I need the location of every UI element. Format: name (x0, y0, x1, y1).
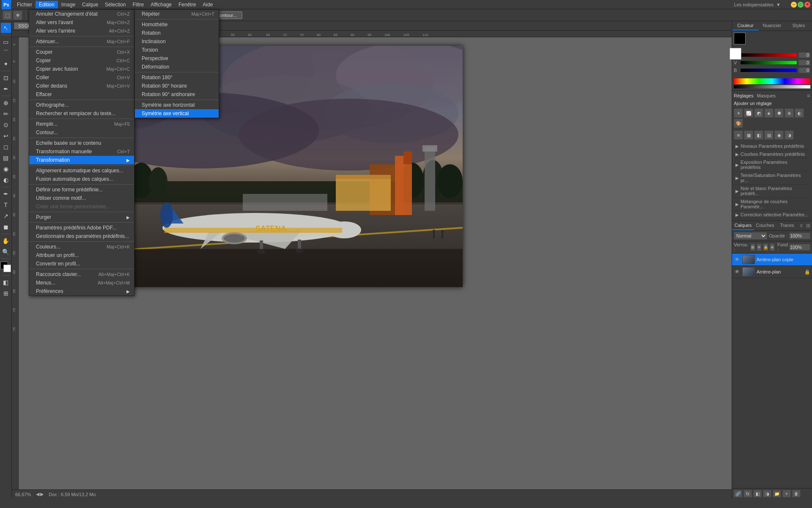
tool-option-select[interactable]: ⬚ (3, 11, 12, 20)
menu-copier-fusion[interactable]: Copier avec fusionMaj+Ctrl+C (29, 65, 134, 73)
menu-annuler[interactable]: Annuler Changement d'étatCtrl+Z (29, 10, 134, 18)
tab-nuancier[interactable]: Nuancier (759, 21, 785, 30)
reglage-gradient[interactable]: ▤ (764, 130, 774, 140)
tool-eraser[interactable]: ◻ (1, 142, 11, 152)
lock-position-btn[interactable]: ✛ (757, 243, 762, 251)
menu-aide[interactable]: Aide (199, 1, 216, 8)
add-style-btn[interactable]: fx (743, 490, 752, 497)
tool-crop[interactable]: ⊡ (1, 73, 11, 83)
tool-zoom[interactable]: 🔍 (1, 247, 11, 257)
menu-align-auto[interactable]: Alignement automatique des calques... (29, 166, 134, 175)
reglage-invert[interactable]: ◑ (785, 130, 794, 140)
tab-styles[interactable]: Styles (785, 21, 812, 30)
add-group-btn[interactable]: 📁 (773, 490, 781, 497)
tool-dodge[interactable]: ◐ (1, 175, 11, 185)
reglage-item-courbes[interactable]: ▶ Courbes Paramètres prédéfinis (734, 150, 810, 158)
menu-gestionnaire[interactable]: Gestionnaire des paramètres prédéfinis..… (29, 232, 134, 240)
lock-art-btn[interactable]: ⊕ (770, 243, 775, 251)
reglage-brightness[interactable]: ☀ (734, 108, 743, 118)
delete-layer-btn[interactable]: 🗑 (792, 490, 801, 497)
reglage-item-noirBlanc[interactable]: ▶ Noir et blanc Paramètres prédéfi... (734, 185, 810, 198)
add-mask-btn[interactable]: ◧ (753, 490, 762, 497)
layer-eye-1[interactable]: 👁 (734, 268, 741, 275)
background-color[interactable] (730, 48, 741, 60)
menu-filtre[interactable]: Filtre (129, 1, 147, 8)
reglage-threshold[interactable]: ◧ (754, 130, 763, 140)
menu-contour[interactable]: Contour... (29, 128, 134, 137)
tool-clone[interactable]: ⊙ (1, 120, 11, 130)
menu-coller[interactable]: CollerCtrl+V (29, 73, 134, 82)
menu-rechercher[interactable]: Rechercher et remplacer du texte... (29, 109, 134, 118)
nav-next[interactable]: ▶ (40, 491, 44, 497)
link-layers-btn[interactable]: 🔗 (734, 490, 742, 497)
menu-selection[interactable]: Sélection (102, 1, 129, 8)
menu-preferences[interactable]: Préférences▶ (29, 287, 134, 295)
menu-calque[interactable]: Calque (79, 1, 102, 8)
opacity-input[interactable] (789, 232, 810, 239)
menu-couper[interactable]: CouperCtrl+X (29, 48, 134, 56)
menu-remplir[interactable]: Remplir...Maj+F5 (29, 120, 134, 128)
tool-option-2[interactable]: ⊕ (13, 11, 22, 20)
transfo-homothetie[interactable]: Homothétie (135, 20, 219, 29)
transfo-rotation90h[interactable]: Rotation 90° horaire (135, 82, 219, 90)
reglage-selective[interactable]: ◉ (774, 130, 784, 140)
tool-text[interactable]: T (1, 200, 11, 210)
menu-transfo-manuelle[interactable]: Transformation manuelleCtrl+T (29, 147, 134, 156)
foreground-color[interactable] (734, 33, 746, 44)
tab-couleur[interactable]: Couleur (732, 21, 759, 30)
layers-panel-expand[interactable]: ⊞ (804, 221, 812, 230)
menu-affichage[interactable]: Affichage (147, 1, 175, 8)
tool-path-select[interactable]: ↗ (1, 211, 11, 221)
lock-all-btn[interactable]: 🔒 (763, 243, 768, 251)
tool-eyedropper[interactable]: ✒ (1, 84, 11, 94)
menu-image[interactable]: Image (58, 1, 79, 8)
menu-definir-forme[interactable]: Définir une forme prédéfinie... (29, 185, 134, 194)
reglage-bw[interactable]: ◐ (795, 108, 804, 118)
reglage-photo[interactable]: 🎨 (734, 119, 743, 128)
transfo-deformation[interactable]: Déformation (135, 63, 219, 71)
minimize-button[interactable]: ─ (791, 2, 797, 8)
tab-masques[interactable]: Masques (757, 93, 776, 98)
tab-traces[interactable]: Traces (776, 221, 798, 230)
menu-raccourcis[interactable]: Raccourcis clavier...Alt+Maj+Ctrl+K (29, 270, 134, 279)
tool-lasso[interactable]: ⌒ (1, 48, 11, 58)
menu-attenuer[interactable]: Atténuer...Maj+Ctrl+F (29, 37, 134, 46)
reglage-item-correction[interactable]: ▶ Correction sélective Paramètre... (734, 211, 810, 219)
tool-healing[interactable]: ⊕ (1, 98, 11, 108)
blend-mode-select[interactable]: Normal (734, 232, 767, 240)
add-reglage-btn[interactable]: ◑ (763, 490, 771, 497)
menu-effacer[interactable]: Effacer (29, 90, 134, 99)
close-button[interactable]: ✕ (804, 2, 810, 8)
tool-pen[interactable]: ✒ (1, 189, 11, 199)
reglage-curves[interactable]: 📈 (744, 108, 753, 118)
reglage-exposure[interactable]: ◩ (754, 108, 763, 118)
menu-coller-dedans[interactable]: Coller dedansMaj+Ctrl+V (29, 82, 134, 90)
transfo-rotation180[interactable]: Rotation 180° (135, 73, 219, 82)
reglage-vibrance[interactable]: ◈ (764, 108, 774, 118)
reglage-item-teinte[interactable]: ▶ Teinte/Saturation Paramètres pr... (734, 171, 810, 185)
menu-utiliser-motif[interactable]: Utiliser comme motif... (29, 194, 134, 202)
color-fg-bg[interactable] (0, 262, 11, 273)
menu-echelle[interactable]: Echelle basée sur le contenu (29, 139, 134, 147)
color-spectrum[interactable] (734, 78, 810, 84)
panel-menu-icon[interactable]: ≡ (807, 92, 810, 99)
transfo-inclinaison[interactable]: Inclinaison (135, 37, 219, 46)
tool-magic-wand[interactable]: ✦ (1, 59, 11, 69)
transfo-torsion[interactable]: Torsion (135, 46, 219, 54)
reglage-item-melangeur[interactable]: ▶ Mélangeur de couches Paramètr... (734, 198, 810, 211)
menu-edition[interactable]: Edition (36, 1, 58, 8)
layer-item-1[interactable]: 👁 Arrière-plan 🔒 (732, 266, 812, 278)
menu-couleurs[interactable]: Couleurs...Maj+Ctrl+K (29, 243, 134, 251)
tab-reglages[interactable]: Réglages (734, 93, 753, 98)
menu-fenetre[interactable]: Fenêtre (175, 1, 199, 8)
menu-convertir[interactable]: Convertir en profil... (29, 260, 134, 268)
layer-eye-0[interactable]: 👁 (734, 256, 741, 263)
transfo-symetrie-h[interactable]: Symétrie axe horizontal (135, 101, 219, 109)
add-layer-btn[interactable]: + (782, 490, 791, 497)
fond-input[interactable] (789, 244, 810, 251)
menu-purger[interactable]: Purger▶ (29, 213, 134, 221)
reglage-colorbalance[interactable]: ⊕ (785, 108, 794, 118)
transfo-rotation[interactable]: Rotation (135, 29, 219, 37)
reglage-channel[interactable]: ≋ (734, 130, 743, 140)
color-gray-bar[interactable] (734, 85, 810, 88)
